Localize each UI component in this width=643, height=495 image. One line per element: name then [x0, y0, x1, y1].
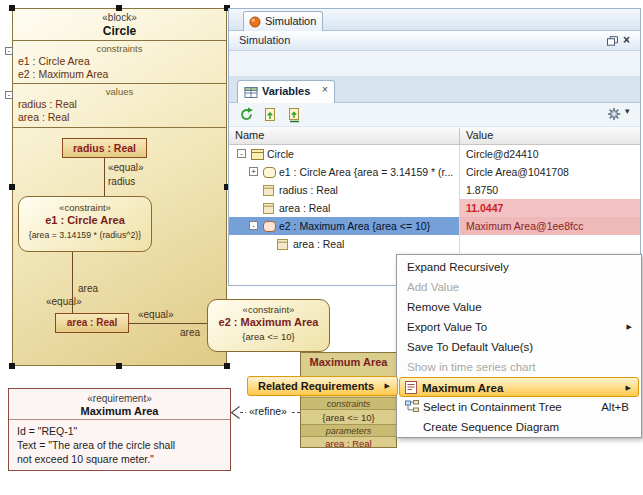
- simulation-titlebar[interactable]: Simulation ×: [229, 31, 640, 51]
- table-row[interactable]: - Circle Circle@d24410: [229, 145, 640, 163]
- menu-item-related-requirements[interactable]: Related Requirements ▶: [247, 376, 398, 396]
- requirement-icon: [405, 381, 417, 394]
- context-menu: Expand Recursively Add Value Remove Valu…: [396, 254, 642, 438]
- simulation-icon: [249, 16, 261, 28]
- column-header-value[interactable]: Value: [466, 127, 493, 144]
- simulation-toolbar: » ▶: [229, 51, 640, 77]
- constraints-compartment-label: constraints: [13, 43, 226, 54]
- row-value: Circle Area@1041708: [460, 163, 640, 181]
- menu-item-export-value-to[interactable]: Export Value To ▶: [399, 317, 639, 337]
- menu-item-label: Maximum Area: [422, 378, 503, 398]
- window-title: Simulation: [239, 34, 290, 46]
- maximum-area-name: Maximum Area: [301, 356, 396, 368]
- selection-handle[interactable]: [116, 363, 122, 369]
- row-name: area : Real: [293, 235, 344, 253]
- requirement-text-line1: Text = "The area of the circle shall: [17, 439, 175, 451]
- e1-constraint-box[interactable]: «constraint» e1 : Circle Area {area = 3.…: [18, 196, 152, 252]
- row-name: area : Real: [279, 199, 330, 217]
- block-constraint-item-e2[interactable]: e2 : Maximum Area: [18, 68, 108, 80]
- menu-item-save-to-default[interactable]: Save To Default Value(s): [399, 337, 639, 357]
- export-table-alt-icon[interactable]: [287, 107, 302, 125]
- collapse-expander-icon[interactable]: -: [237, 149, 246, 158]
- e1-expression: {area = 3.14159 * (radius^2)}: [19, 230, 151, 240]
- table-row[interactable]: area : Real 11.0447: [229, 199, 640, 217]
- block-constraint-item-e1[interactable]: e1 : Circle Area: [18, 55, 90, 67]
- selection-handle[interactable]: [116, 5, 122, 11]
- pane-options-dropdown-icon[interactable]: ▾: [625, 106, 630, 116]
- requirement-box[interactable]: «requirement» Maximum Area Id = "REQ-1" …: [8, 388, 231, 471]
- compartment-separator: [13, 83, 226, 84]
- requirement-separator: [9, 419, 230, 420]
- export-table-icon[interactable]: [263, 107, 278, 124]
- menu-item-select-in-containment-tree[interactable]: Select in Containment Tree Alt+B: [399, 397, 639, 417]
- selection-handle[interactable]: [9, 184, 15, 190]
- expand-expander-icon[interactable]: +: [249, 167, 258, 176]
- radius-part-box[interactable]: radius : Real: [62, 138, 147, 158]
- block-value-item-radius[interactable]: radius : Real: [18, 98, 77, 110]
- table-row[interactable]: area : Real: [229, 235, 640, 253]
- maximum-area-parameter: area : Real: [301, 438, 396, 448]
- table-row-selected[interactable]: - e2 : Maximum Area {area <= 10} Maximum…: [229, 217, 640, 235]
- row-value-violation: 11.0447: [460, 199, 640, 217]
- refresh-icon[interactable]: [239, 107, 254, 124]
- refine-arrowhead-icon: [231, 406, 240, 419]
- pane-tab-strip: Variables ×: [229, 77, 640, 103]
- equal-label: «equal»: [138, 309, 174, 320]
- collapse-expander-icon[interactable]: -: [249, 221, 258, 230]
- menu-item-label: Select in Containment Tree: [423, 397, 562, 417]
- close-tab-icon[interactable]: ×: [322, 84, 328, 95]
- block-name: Circle: [13, 24, 226, 38]
- variables-pane-toolbar: ▾: [229, 103, 640, 127]
- block-stereotype: «block»: [13, 12, 226, 23]
- tab-simulation[interactable]: Simulation: [243, 11, 323, 31]
- compartment-toggle[interactable]: -: [5, 47, 13, 55]
- menu-item-add-value: Add Value: [399, 277, 639, 297]
- selection-handle[interactable]: [9, 363, 15, 369]
- e1-stereotype: «constraint»: [19, 202, 151, 213]
- compartment-separator: [13, 127, 226, 128]
- row-name: e2 : Maximum Area {area <= 10}: [279, 217, 430, 235]
- table-row[interactable]: + e1 : Circle Area {area = 3.14159 * (r.…: [229, 163, 640, 181]
- menu-item-create-sequence-diagram[interactable]: Create Sequence Diagram: [399, 417, 639, 437]
- float-window-icon[interactable]: [607, 36, 618, 46]
- refine-label: «refine»: [246, 405, 290, 418]
- value-property-icon: [277, 239, 288, 250]
- pane-options-gear-icon[interactable]: [607, 107, 621, 123]
- area-label: area: [180, 327, 200, 338]
- block-value-item-area[interactable]: area : Real: [18, 111, 69, 123]
- row-value: Circle@d24410: [460, 145, 640, 163]
- window-tab-strip: Simulation: [229, 9, 640, 31]
- menu-item-maximum-area[interactable]: Maximum Area ▶: [399, 377, 639, 397]
- maximum-area-expression: {area <= 10}: [301, 412, 396, 423]
- row-value: 1.8750: [460, 181, 640, 199]
- binding-connector[interactable]: [129, 323, 207, 324]
- requirement-stereotype: «requirement»: [9, 393, 230, 404]
- area-part-box[interactable]: area : Real: [55, 313, 129, 333]
- selection-handle[interactable]: [224, 363, 230, 369]
- table-row[interactable]: radius : Real 1.8750: [229, 181, 640, 199]
- menu-item-label: Related Requirements: [258, 377, 374, 395]
- compartment-separator: [13, 40, 226, 41]
- selection-handle[interactable]: [9, 5, 15, 11]
- requirement-name: Maximum Area: [9, 405, 230, 417]
- menu-item-label: Export Value To: [407, 321, 487, 333]
- compartment-toggle[interactable]: -: [5, 91, 13, 99]
- parameters-compartment-label: parameters: [301, 424, 396, 437]
- tab-simulation-label: Simulation: [265, 12, 316, 31]
- menu-item-remove-value[interactable]: Remove Value: [399, 297, 639, 317]
- close-window-icon[interactable]: ×: [623, 33, 630, 47]
- block-icon: [251, 149, 264, 160]
- binding-connector[interactable]: [104, 158, 105, 196]
- tab-variables[interactable]: Variables ×: [237, 80, 335, 103]
- column-divider[interactable]: [459, 128, 460, 144]
- e2-constraint-box[interactable]: «constraint» e2 : Maximum Area {area <= …: [207, 299, 330, 352]
- constraints-compartment-label: constraints: [301, 397, 396, 410]
- constraint-icon: [263, 167, 276, 178]
- values-compartment-label: values: [13, 86, 226, 97]
- containment-tree-icon: [405, 400, 419, 413]
- maximum-area-element-box[interactable]: Maximum Area constraints {area <= 10} pa…: [300, 352, 397, 448]
- area-label: area: [78, 283, 98, 294]
- requirement-text-line2: not exceed 10 square meter.": [17, 453, 154, 465]
- menu-item-expand-recursively[interactable]: Expand Recursively: [399, 257, 639, 277]
- column-header-name[interactable]: Name: [235, 127, 264, 144]
